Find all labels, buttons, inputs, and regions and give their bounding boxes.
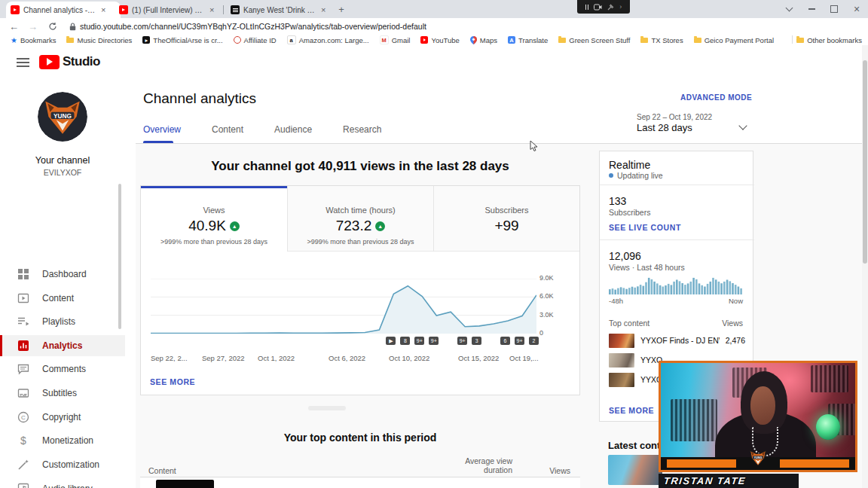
dark-site-favicon-icon (231, 5, 240, 14)
new-tab-button[interactable]: + (335, 3, 348, 17)
video-publish-badge[interactable]: ▶ (386, 337, 396, 345)
red-ring-icon (234, 36, 241, 44)
tab-research[interactable]: Research (343, 124, 381, 135)
content-icon (17, 292, 29, 304)
bookmark-item[interactable]: Music Directories (66, 36, 132, 44)
tab-title: Channel analytics - YouTube Stu... (23, 6, 96, 14)
divider (600, 239, 754, 240)
bookmark-item[interactable]: ▸TheOfficialArse is cr... (142, 36, 222, 44)
webcam-icon[interactable] (594, 4, 602, 11)
tab-close-icon[interactable]: × (319, 5, 327, 14)
sidebar-item-analytics[interactable]: Analytics (0, 335, 125, 356)
period-selector[interactable]: Last 28 days (637, 122, 692, 133)
bookmark-item[interactable]: MGmail (380, 35, 411, 44)
sidebar-item-content[interactable]: Content (0, 288, 125, 309)
browser-tab-drink-champs[interactable]: Kanye West 'Drink Champs' vide... × (226, 2, 339, 18)
svg-text:YUNG: YUNG (754, 456, 763, 459)
close-button[interactable]: × (845, 0, 868, 18)
folder-icon (694, 38, 701, 43)
latest-content-thumbnail[interactable] (608, 455, 662, 485)
tab-close-icon[interactable]: × (99, 5, 107, 14)
banner-orange-bar (780, 459, 849, 468)
bookmark-item[interactable]: aAmazon.com: Large... (287, 35, 369, 44)
hamburger-menu-icon[interactable] (17, 58, 29, 67)
views-line-chart[interactable] (151, 279, 536, 334)
forward-button[interactable]: → (28, 21, 38, 32)
url-text[interactable]: studio.youtube.com/channel/UC39mYBqhYZ-O… (80, 22, 426, 31)
sidebar-item-playlists[interactable]: Playlists (0, 311, 125, 332)
other-bookmarks[interactable]: Other bookmarks (796, 36, 862, 44)
screen-recorder-toolbar[interactable]: › (577, 0, 630, 14)
window-controls: × (778, 0, 868, 18)
video-thumbnail[interactable] (156, 480, 214, 488)
bookmark-item[interactable]: Affiliate ID (234, 36, 277, 44)
padlock-icon[interactable] (69, 23, 76, 31)
video-publish-badge[interactable]: 2 (529, 337, 539, 345)
playlists-icon (17, 316, 29, 328)
video-publish-badge[interactable]: 6 (500, 337, 510, 345)
sidebar-item-dashboard[interactable]: Dashboard (0, 264, 125, 285)
expand-icon[interactable]: › (619, 3, 622, 11)
dashboard-icon (17, 268, 29, 280)
table-header-views: Views (536, 466, 570, 475)
video-publish-badge[interactable]: 3 (472, 337, 481, 345)
tab-content[interactable]: Content (212, 124, 243, 135)
sidebar-scrollbar[interactable] (118, 184, 121, 329)
youtube-studio-logo[interactable]: Studio (39, 54, 100, 69)
browser-window: Channel analytics - YouTube Stu... × (1)… (0, 0, 868, 488)
sidebar-item-comments[interactable]: Comments (0, 358, 125, 380)
see-live-count-link[interactable]: SEE LIVE COUNT (609, 223, 681, 232)
sidebar-item-customization[interactable]: Customization (0, 454, 125, 475)
sidebar-item-copyright[interactable]: C Copyright (0, 407, 125, 428)
youtube-icon (420, 36, 428, 44)
x-axis-tick: Oct 19,... (509, 354, 539, 362)
page-scrollbar-thumb[interactable] (863, 60, 867, 264)
bookmarks-bar: ★Bookmarks Music Directories ▸TheOfficia… (0, 35, 868, 46)
see-more-link[interactable]: SEE MORE (150, 377, 195, 386)
folder-icon (640, 38, 648, 43)
streamer-nameplate: TRISTAN TATE (659, 474, 799, 488)
sidebar-item-audio-library[interactable]: Audio library (0, 478, 125, 488)
top-content-row[interactable]: YYXOF Finds - DJ ENVY C... 2,476 (609, 332, 745, 349)
pin-icon[interactable] (607, 4, 614, 11)
bookmark-item[interactable]: ★Bookmarks (11, 36, 56, 44)
metric-tab-subscribers[interactable]: Subscribers +99 (434, 186, 579, 252)
video-publish-badge[interactable]: 9+ (429, 337, 439, 345)
youtube-favicon-icon (119, 5, 128, 14)
pause-icon[interactable] (585, 5, 589, 10)
hide-toolbar-chevron-icon[interactable] (778, 0, 800, 18)
tab-overview[interactable]: Overview (143, 124, 181, 135)
views-column-label: Views (713, 319, 743, 328)
bookmark-item[interactable]: Geico Payment Portal (694, 36, 774, 44)
page-title: Channel analytics (143, 90, 256, 107)
video-publish-badge[interactable]: 9+ (414, 337, 424, 345)
maximize-button[interactable] (823, 0, 845, 18)
tab-audience[interactable]: Audience (274, 124, 312, 135)
sidebar-item-subtitles[interactable]: Subtitles (0, 383, 125, 404)
back-button[interactable]: ← (9, 21, 19, 32)
realtime-bar-chart[interactable] (609, 276, 743, 294)
your-channel-label: Your channel (0, 155, 125, 166)
bookmark-item[interactable]: TX Stores (640, 36, 683, 44)
see-more-link[interactable]: SEE MORE (609, 406, 654, 415)
bookmark-item[interactable]: ATranslate (508, 36, 548, 44)
advanced-mode-link[interactable]: ADVANCED MODE (680, 93, 752, 102)
video-publish-badge[interactable]: 9+ (457, 337, 467, 345)
fox-logo: YUNG (747, 447, 769, 469)
browser-tab-channel-analytics[interactable]: Channel analytics - YouTube Stu... × (6, 2, 121, 18)
reload-icon[interactable] (48, 22, 57, 31)
metric-tab-watch-time[interactable]: Watch time (hours) 723.2▲ >999% more tha… (288, 186, 433, 252)
metric-tab-views[interactable]: Views 40.9K▲ >999% more than previous 28… (141, 186, 287, 252)
svg-text:$: $ (20, 435, 26, 447)
tab-close-icon[interactable]: × (208, 5, 215, 14)
browser-tab-kanye-interview[interactable]: (1) (Full Interview) KANYE WEST × (115, 2, 229, 18)
video-publish-badge[interactable]: 8 (400, 337, 410, 345)
sidebar-item-monetization[interactable]: $ Monetization (0, 430, 125, 451)
channel-avatar-large[interactable]: YUNG (38, 92, 87, 142)
video-publish-badge[interactable]: 9+ (515, 337, 524, 345)
bookmark-item[interactable]: Green Screen Stuff (558, 36, 630, 44)
minimize-button[interactable] (800, 0, 823, 18)
bookmark-item[interactable]: YouTube (420, 36, 459, 44)
table-header-avd: Average view duration (464, 456, 512, 474)
bookmark-item[interactable]: Maps (470, 36, 497, 44)
